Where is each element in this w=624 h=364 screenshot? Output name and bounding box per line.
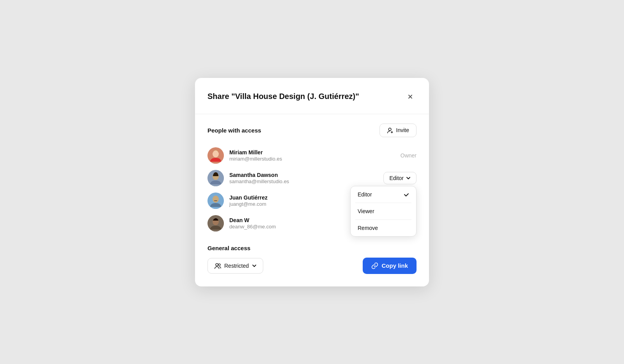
editor-option-label: Editor <box>358 191 372 198</box>
juan-avatar <box>207 193 224 209</box>
samantha-avatar <box>207 170 224 186</box>
juan-info: Juan Gutiérrez juangt@me.com <box>207 193 268 209</box>
juan-name: Juan Gutiérrez <box>229 194 268 201</box>
samantha-info: Samantha Dawson samantha@millerstudio.es <box>207 170 289 186</box>
people-section-title: People with access <box>207 127 261 134</box>
miriam-info: Miriam Miller miriam@millerstudio.es <box>207 147 282 164</box>
miriam-avatar <box>207 147 224 164</box>
modal-header: Share "Villa House Design (J. Gutiérrez)… <box>207 90 417 103</box>
role-dropdown-menu: Editor Viewer Remove <box>350 186 417 237</box>
close-button[interactable] <box>404 90 417 103</box>
miriam-text: Miriam Miller miriam@millerstudio.es <box>229 149 282 162</box>
svg-point-3 <box>213 150 218 157</box>
svg-point-0 <box>388 128 391 131</box>
samantha-text: Samantha Dawson samantha@millerstudio.es <box>229 172 289 184</box>
svg-point-14 <box>216 263 218 266</box>
chevron-down-icon <box>406 176 411 180</box>
restricted-chevron-icon <box>252 263 257 268</box>
copy-link-label: Copy link <box>381 262 408 269</box>
dean-info: Dean W deanw_86@me.com <box>207 215 276 231</box>
dean-text: Dean W deanw_86@me.com <box>229 217 276 230</box>
people-list: Miriam Miller miriam@millerstudio.es Own… <box>207 145 417 234</box>
restricted-dropdown-button[interactable]: Restricted <box>207 258 263 274</box>
dean-email: deanw_86@me.com <box>229 224 276 230</box>
share-modal: Share "Villa House Design (J. Gutiérrez)… <box>195 78 429 286</box>
link-icon <box>371 262 378 269</box>
close-icon <box>407 94 413 100</box>
miriam-name: Miriam Miller <box>229 149 282 155</box>
person-row-samantha: Samantha Dawson samantha@millerstudio.es… <box>207 168 417 189</box>
dropdown-remove-option[interactable]: Remove <box>351 220 416 236</box>
samantha-email: samantha@millerstudio.es <box>229 178 289 184</box>
samantha-role-container: Editor Editor Viewer <box>383 172 417 184</box>
samantha-role-label: Editor <box>389 175 404 181</box>
restricted-label: Restricted <box>224 263 249 269</box>
remove-option-label: Remove <box>358 225 378 231</box>
samantha-name: Samantha Dawson <box>229 172 289 178</box>
dropdown-editor-option[interactable]: Editor <box>351 186 416 203</box>
header-divider <box>195 114 429 114</box>
modal-title: Share "Villa House Design (J. Gutiérrez)… <box>207 92 359 101</box>
general-access-controls: Restricted Copy link <box>207 258 417 274</box>
general-access-section: General access Restricted <box>207 245 417 274</box>
invite-label: Invite <box>396 127 409 133</box>
user-plus-icon <box>387 127 394 134</box>
samantha-role-dropdown[interactable]: Editor <box>383 172 417 184</box>
miriam-role: Owner <box>401 152 417 159</box>
checkmark-icon <box>404 192 409 197</box>
copy-link-button[interactable]: Copy link <box>363 258 417 274</box>
juan-email: juangt@me.com <box>229 201 268 207</box>
dropdown-viewer-option[interactable]: Viewer <box>351 203 416 219</box>
viewer-option-label: Viewer <box>358 208 374 214</box>
general-access-title: General access <box>207 245 417 251</box>
miriam-email: miriam@millerstudio.es <box>229 156 282 162</box>
person-row-miriam: Miriam Miller miriam@millerstudio.es Own… <box>207 145 417 166</box>
juan-text: Juan Gutiérrez juangt@me.com <box>229 194 268 207</box>
dean-avatar <box>207 215 224 231</box>
people-section-header: People with access Invite <box>207 124 417 137</box>
dean-name: Dean W <box>229 217 276 223</box>
svg-point-15 <box>218 263 220 265</box>
users-icon <box>214 262 221 269</box>
invite-button[interactable]: Invite <box>379 124 417 137</box>
svg-rect-10 <box>214 200 217 201</box>
